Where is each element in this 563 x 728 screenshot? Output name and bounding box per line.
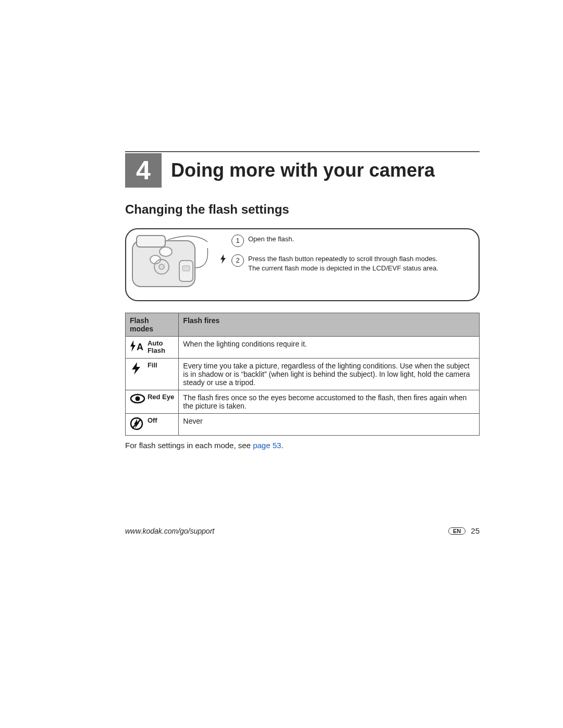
section-title: Changing the flash settings (125, 202, 480, 217)
mode-off-label: Off (148, 417, 157, 424)
note-suffix: . (281, 441, 283, 450)
fill-flash-icon (130, 362, 145, 377)
svg-text:A: A (137, 342, 143, 352)
col-header-modes: Flash modes (126, 313, 179, 337)
chapter-heading: 4 Doing more with your camera (125, 151, 480, 188)
mode-fill-fires: Every time you take a picture, regardles… (179, 358, 480, 390)
svg-point-2 (160, 247, 172, 256)
mode-fill: Fill (126, 358, 179, 390)
camera-illustration (131, 235, 210, 292)
step-2: 2 Press the flash button repeatedly to s… (219, 254, 469, 273)
col-header-fires: Flash fires (179, 313, 480, 337)
table-row: Fill Every time you take a picture, rega… (126, 358, 480, 390)
page-53-link[interactable]: page 53 (253, 441, 281, 450)
step-2-text: Press the flash button repeatedly to scr… (248, 254, 469, 273)
chapter-number-badge: 4 (125, 153, 162, 188)
mode-off-fires: Never (179, 413, 480, 435)
manual-page: 4 Doing more with your camera Changing t… (0, 0, 563, 728)
flash-icon (219, 254, 227, 264)
redeye-icon (130, 393, 145, 405)
mode-redeye-fires: The flash fires once so the eyes become … (179, 390, 480, 413)
instruction-callout: 1 Open the flash. 2 Press the flash butt… (125, 228, 480, 301)
mode-auto: A AutoFlash (126, 337, 179, 359)
step-1-text: Open the flash. (248, 235, 469, 244)
step-2-line2: The current flash mode is depicted in th… (248, 264, 438, 272)
table-row: Red Eye The flash fires once so the eyes… (126, 390, 480, 413)
table-row: Off Never (126, 413, 480, 435)
page-number: 25 (471, 526, 480, 535)
mode-fill-label: Fill (148, 362, 157, 369)
table-header-row: Flash modes Flash fires (126, 313, 480, 337)
mode-redeye-label: Red Eye (148, 393, 174, 401)
chapter-title: Doing more with your camera (162, 153, 435, 188)
step-1: 1 Open the flash. (219, 235, 469, 247)
cross-ref-note: For flash settings in each mode, see pag… (125, 441, 480, 450)
step-number-1: 1 (231, 235, 244, 247)
flash-modes-table: Flash modes Flash fires A AutoFlash (125, 313, 480, 436)
support-url[interactable]: www.kodak.com/go/support (125, 527, 214, 535)
step-number-2: 2 (231, 254, 244, 267)
table-row: A AutoFlash When the lighting conditions… (126, 337, 480, 359)
page-footer: www.kodak.com/go/support EN 25 (125, 526, 480, 535)
svg-point-5 (159, 264, 164, 269)
mode-auto-fires: When the lighting conditions require it. (179, 337, 480, 359)
language-badge: EN (448, 527, 466, 535)
svg-rect-7 (182, 266, 190, 271)
instruction-steps: 1 Open the flash. 2 Press the flash butt… (219, 235, 469, 280)
auto-flash-icon: A (130, 340, 145, 354)
flash-off-icon (130, 417, 145, 432)
svg-rect-1 (137, 236, 165, 247)
mode-auto-label: AutoFlash (148, 340, 165, 355)
note-prefix: For flash settings in each mode, see (125, 441, 253, 450)
step-2-line1: Press the flash button repeatedly to scr… (248, 255, 437, 263)
mode-off: Off (126, 413, 179, 435)
mode-redeye: Red Eye (126, 390, 179, 413)
svg-point-10 (136, 396, 140, 401)
